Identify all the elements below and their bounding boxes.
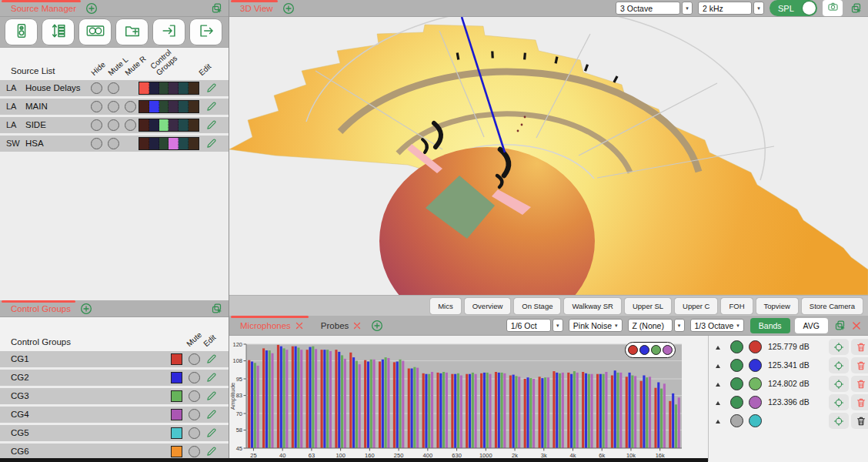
toolbar-subwoofer-button[interactable] bbox=[79, 19, 111, 45]
cg-assignment-swatch[interactable] bbox=[189, 138, 199, 149]
close-panel-icon[interactable] bbox=[851, 320, 862, 331]
locate-probe-button[interactable] bbox=[829, 376, 849, 392]
avg-button[interactable]: AVG bbox=[795, 318, 828, 333]
add-control-group-button[interactable] bbox=[80, 303, 92, 315]
duplicate-panel-icon[interactable] bbox=[834, 320, 846, 331]
cg-assignment-swatch[interactable] bbox=[169, 138, 179, 149]
locate-probe-button[interactable] bbox=[829, 339, 849, 355]
expand-triangle-icon[interactable] bbox=[716, 383, 720, 387]
toolbar-export-button[interactable] bbox=[190, 19, 222, 45]
control-group-color-swatch[interactable] bbox=[171, 353, 182, 365]
toolbar-point-source-button[interactable] bbox=[5, 19, 37, 45]
cg-assignment-swatch[interactable] bbox=[179, 101, 189, 112]
source-row[interactable]: LAMAIN bbox=[0, 99, 229, 115]
control-group-color-swatch[interactable] bbox=[171, 409, 182, 420]
cg-assignment-swatch[interactable] bbox=[139, 119, 149, 131]
cg-assignment-swatch[interactable] bbox=[139, 82, 149, 94]
bands-button[interactable]: Bands bbox=[750, 318, 790, 333]
edit-source-button pencil-icon[interactable] bbox=[205, 138, 217, 149]
mute-l-toggle[interactable] bbox=[108, 82, 119, 94]
signal-dropdown[interactable]: Pink Noise▾ bbox=[569, 319, 623, 332]
control-group-color-swatch[interactable] bbox=[171, 427, 182, 439]
locate-probe-button[interactable] bbox=[829, 413, 849, 429]
add-source-tab-button[interactable] bbox=[85, 2, 98, 15]
camera-preset-overview[interactable]: Overview bbox=[465, 298, 511, 314]
cg-assignment-swatch[interactable] bbox=[169, 82, 179, 94]
locate-probe-button[interactable] bbox=[829, 394, 849, 410]
expand-triangle-icon[interactable] bbox=[716, 420, 720, 424]
resolution-dropdown[interactable]: 1/6 Oct bbox=[506, 319, 551, 332]
measurement-color-swatch[interactable] bbox=[749, 414, 762, 427]
measurement-color-swatch[interactable] bbox=[749, 396, 762, 409]
delete-measurement-button[interactable] bbox=[851, 394, 868, 410]
add-view-button[interactable] bbox=[282, 2, 295, 15]
hide-toggle[interactable] bbox=[91, 119, 102, 131]
camera-preset-topview[interactable]: Topview bbox=[756, 298, 798, 314]
edit-source-button pencil-icon[interactable] bbox=[205, 101, 217, 112]
frequency-dropdown[interactable]: 2 kHz bbox=[698, 2, 752, 15]
bandwidth-dropdown[interactable]: 3 Octave bbox=[616, 2, 680, 15]
expand-triangle-icon[interactable] bbox=[716, 364, 720, 368]
edit-control-group-button pencil-icon[interactable] bbox=[205, 353, 217, 365]
toolbar-add-folder-button[interactable] bbox=[116, 19, 148, 45]
control-group-color-swatch[interactable] bbox=[171, 390, 182, 402]
cg-assignment-swatch[interactable] bbox=[189, 82, 199, 94]
legend-series-dot[interactable] bbox=[663, 345, 673, 355]
close-icon[interactable] bbox=[352, 321, 362, 330]
cg-assignment-swatch[interactable] bbox=[149, 138, 159, 149]
edit-control-group-button pencil-icon[interactable] bbox=[205, 409, 217, 420]
camera-preset-mics[interactable]: Mics bbox=[430, 298, 461, 314]
legend-series-dot[interactable] bbox=[628, 345, 638, 355]
hide-toggle[interactable] bbox=[91, 82, 102, 94]
3d-scene[interactable] bbox=[229, 17, 868, 295]
measurement-color-swatch[interactable] bbox=[749, 359, 762, 372]
measurement-color-swatch[interactable] bbox=[749, 340, 762, 353]
bandwidth-dropdown-arrow[interactable]: ▾ bbox=[682, 2, 693, 15]
duplicate-panel-icon[interactable] bbox=[211, 2, 222, 14]
cg-assignment-swatch[interactable] bbox=[159, 119, 169, 131]
delete-measurement-button[interactable] bbox=[851, 376, 868, 392]
tab-probes[interactable]: Probes bbox=[310, 316, 368, 335]
weighting-dropdown[interactable]: Z (None) bbox=[628, 319, 673, 332]
control-group-row[interactable]: CG1 bbox=[0, 351, 229, 367]
edit-source-button pencil-icon[interactable] bbox=[205, 82, 217, 94]
expand-triangle-icon[interactable] bbox=[716, 346, 720, 350]
control-group-color-swatch[interactable] bbox=[171, 372, 182, 383]
delete-measurement-button[interactable] bbox=[851, 413, 868, 429]
control-group-row[interactable]: CG2 bbox=[0, 370, 229, 386]
edit-source-button pencil-icon[interactable] bbox=[205, 119, 217, 131]
cg-assignment-swatch[interactable] bbox=[159, 82, 169, 94]
tab-source-manager[interactable]: Source Manager bbox=[0, 0, 82, 16]
measurement-state-toggle[interactable] bbox=[730, 377, 743, 390]
close-icon[interactable] bbox=[295, 321, 304, 330]
screenshot-button[interactable] bbox=[823, 0, 843, 16]
measurement-state-toggle[interactable] bbox=[730, 340, 743, 353]
measurement-state-toggle[interactable] bbox=[730, 359, 743, 372]
duplicate-panel-icon[interactable] bbox=[850, 2, 862, 14]
source-row[interactable]: SWHSA bbox=[0, 136, 229, 152]
add-measurement-tab-button[interactable] bbox=[371, 320, 383, 332]
tab-microphones[interactable]: Microphones bbox=[229, 316, 310, 335]
tab-3d-view[interactable]: 3D View bbox=[229, 0, 279, 16]
edit-control-group-button pencil-icon[interactable] bbox=[205, 446, 217, 457]
cg-assignment-swatch[interactable] bbox=[189, 101, 199, 112]
cg-assignment-swatch[interactable] bbox=[179, 82, 189, 94]
frequency-dropdown-arrow[interactable]: ▾ bbox=[753, 2, 764, 15]
camera-preset-store-camera[interactable]: Store Camera bbox=[802, 298, 863, 314]
control-group-color-swatch[interactable] bbox=[171, 446, 182, 457]
bands-dropdown[interactable]: 1/3 Octave▾ bbox=[690, 319, 744, 332]
mute-r-toggle[interactable] bbox=[125, 119, 136, 131]
mute-toggle[interactable] bbox=[189, 390, 200, 402]
expand-triangle-icon[interactable] bbox=[716, 401, 720, 405]
measurement-color-swatch[interactable] bbox=[749, 377, 762, 390]
cg-assignment-swatch[interactable] bbox=[169, 119, 179, 131]
hide-toggle[interactable] bbox=[91, 101, 102, 112]
cg-assignment-swatch[interactable] bbox=[149, 101, 159, 112]
measurement-state-toggle[interactable] bbox=[730, 396, 743, 409]
legend-series-dot[interactable] bbox=[639, 345, 649, 355]
edit-control-group-button pencil-icon[interactable] bbox=[205, 372, 217, 383]
camera-preset-on-stage[interactable]: On Stage bbox=[514, 298, 560, 314]
mute-l-toggle[interactable] bbox=[108, 119, 119, 131]
hide-toggle[interactable] bbox=[91, 138, 102, 149]
source-row[interactable]: LASIDE bbox=[0, 117, 229, 133]
